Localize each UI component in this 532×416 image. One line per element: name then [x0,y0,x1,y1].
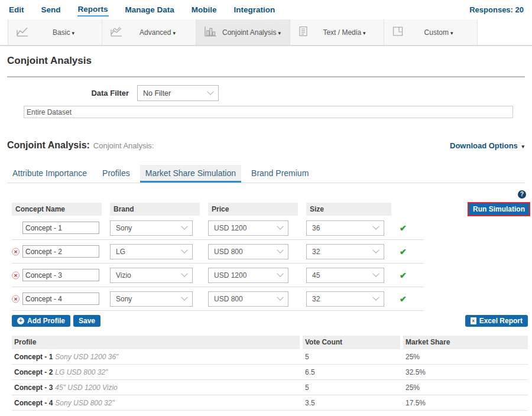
text-media-icon [298,26,309,39]
dataset-input[interactable] [24,106,513,118]
tab-brand-premium[interactable]: Brand Premium [246,165,314,183]
toolbar-label: Basic [53,28,70,37]
concept-name-input[interactable] [22,245,99,258]
size-select[interactable]: 32 [306,244,384,259]
result-profile-desc: LG USD 800 32" [55,368,108,376]
tab-attribute-importance[interactable]: Attribute Importance [7,165,92,183]
price-select[interactable]: USD 800 [208,291,288,307]
download-options-button[interactable]: Download Options ▾ [450,141,524,150]
chevron-down-icon: ▾ [72,30,74,36]
chevron-down-icon: ▾ [521,144,524,150]
add-profile-button[interactable]: + Add Profile [12,315,70,327]
concept-name-input[interactable] [22,222,99,234]
size-select[interactable]: 36 [306,220,384,236]
nav-mobile[interactable]: Mobile [191,4,218,16]
result-profile-desc: Sony USD 1200 36" [55,353,118,361]
chevron-down-icon [372,223,379,229]
nav-integration[interactable]: Integration [233,4,276,16]
result-vote-count: 3.5 [303,399,400,407]
toolbar-item-text-media[interactable]: Text / Media▾ [290,20,384,45]
concept-row: ✕ Vizio USD 1200 45 ✔ [12,264,424,287]
price-select[interactable]: USD 800 [208,244,288,259]
result-market-share: 25% [403,353,528,361]
valid-check-icon: ✔ [400,223,424,233]
price-select[interactable]: USD 1200 [208,268,288,283]
chevron-down-icon [207,88,213,95]
nav-edit[interactable]: Edit [8,4,25,16]
chevron-down-icon: ▾ [278,30,281,36]
data-filter-label: Data Filter [0,89,129,98]
toolbar-label: Conjoint Analysis [222,28,276,37]
valid-check-icon: ✔ [400,247,424,256]
actions-row: + Add Profile Save Excel Report [12,315,528,327]
brand-select[interactable]: Vizio [110,268,193,283]
result-row: Concept - 2LG USD 800 32" 6.5 32.5% [12,365,528,380]
concept-name-input[interactable] [22,292,99,305]
data-filter-select[interactable]: No Filter [137,85,219,101]
size-select[interactable]: 32 [306,291,384,307]
result-profile-desc: 45" USD 1200 Vizio [55,384,117,392]
chevron-down-icon: ▾ [450,30,453,36]
toolbar-label: Custom [424,28,449,37]
report-tabs: Attribute Importance Profiles Market Sha… [7,165,525,183]
toolbar-item-custom[interactable]: Custom▾ [384,20,478,45]
toolbar-item-advanced[interactable]: Advanced▾ [102,20,196,45]
concept-name-input[interactable] [22,269,99,281]
price-select[interactable]: USD 1200 [208,220,288,236]
chevron-down-icon [181,246,187,253]
data-filter-row: Data Filter No Filter [0,85,532,101]
col-price: Price [208,203,298,216]
brand-select[interactable]: LG [110,244,193,259]
brand-select[interactable]: Sony [110,291,193,307]
results-header: Profile Vote Count Market Share [12,336,528,349]
tab-market-share-simulation[interactable]: Market Share Simulation [140,165,241,183]
valid-check-icon: ✔ [400,271,424,280]
divider [7,76,525,77]
result-vote-count: 5 [303,384,400,392]
delete-concept-icon[interactable]: ✕ [12,248,20,255]
result-market-share: 32.5% [403,368,528,376]
page-title: Conjoint Analysis [7,55,532,67]
concept-row: Sony USD 1200 36 ✔ [12,216,424,240]
chevron-down-icon [277,294,283,300]
excel-report-button[interactable]: Excel Report [465,315,528,327]
chevron-down-icon [277,246,283,253]
report-toolbar: Basic▾ Advanced▾ Conjoint Analysis▾ Text… [0,20,532,46]
chevron-down-icon [181,270,187,277]
toolbar-item-conjoint-analysis[interactable]: Conjoint Analysis▾ [196,20,290,45]
chevron-down-icon: ▾ [173,30,176,36]
section-subtitle: Conjoint Analysis: [93,141,154,150]
nav-manage-data[interactable]: Manage Data [125,4,175,16]
result-row: Concept - 345" USD 1200 Vizio 5 25% [12,380,528,395]
col-market-share: Market Share [403,336,528,349]
nav-reports[interactable]: Reports [77,4,109,17]
col-concept-name: Concept Name [12,203,102,216]
delete-concept-icon[interactable]: ✕ [12,271,20,279]
nav-send[interactable]: Send [41,4,61,16]
multi-line-chart-icon [110,26,123,39]
results-table: Profile Vote Count Market Share Concept … [12,336,528,411]
chevron-down-icon [277,223,283,229]
run-simulation-button[interactable]: Run Simulation [469,203,529,215]
run-simulation-highlight: Run Simulation [468,202,530,216]
section-title: Conjoint Analysis: [7,140,90,151]
help-icon[interactable]: ? [518,190,526,199]
delete-concept-icon[interactable]: ✕ [12,295,20,303]
chevron-down-icon [181,223,187,229]
chevron-down-icon: ▾ [363,30,366,36]
result-profile-name: Concept - 3 [14,384,53,392]
concept-row: ✕ Sony USD 800 32 ✔ [12,287,424,311]
size-select[interactable]: 45 [306,268,384,283]
toolbar-item-basic[interactable]: Basic▾ [8,20,102,45]
top-nav: Edit Send Reports Manage Data Mobile Int… [0,0,532,20]
brand-select[interactable]: Sony [110,220,193,236]
col-brand: Brand [110,203,200,216]
result-profile-desc: Sony USD 800 32" [55,399,114,407]
simulator-table: Concept Name Brand Price Size Run Simula… [12,202,530,311]
result-market-share: 25% [403,384,528,392]
chevron-down-icon [372,294,379,300]
toolbar-label: Advanced [140,28,171,37]
save-button[interactable]: Save [73,315,100,327]
tab-profiles[interactable]: Profiles [97,165,135,183]
simulator-header: Concept Name Brand Price Size Run Simula… [12,202,530,216]
